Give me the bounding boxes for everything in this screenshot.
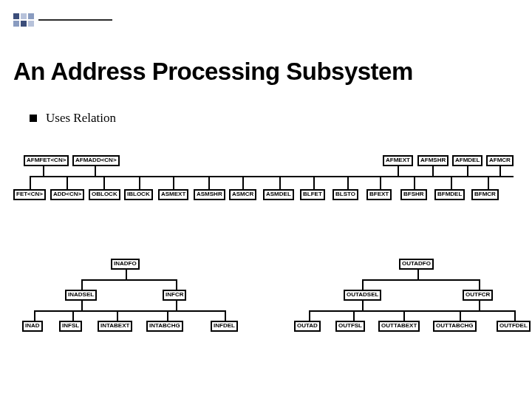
node-afmshr: AFMSHR	[417, 155, 449, 166]
node-intabchg: INTABCHG	[146, 321, 183, 332]
node-infcr: INFCR	[163, 290, 186, 301]
node-infsl: INFSL	[59, 321, 82, 332]
node-bfshr: BFSHR	[400, 189, 427, 200]
node-bfmcr: BFMCR	[471, 189, 499, 200]
node-outfdel: OUTFDEL	[497, 321, 531, 332]
node-asmdel: ASMDEL	[263, 189, 294, 200]
node-outadfo: OUTADFO	[399, 259, 434, 270]
node-afmadd: AFMADD<CN>	[72, 155, 120, 166]
node-bfmdel: BFMDEL	[434, 189, 465, 200]
node-outtabext: OUTTABEXT	[378, 321, 420, 332]
node-outfcr: OUTFCR	[463, 290, 493, 301]
corner-decoration	[13, 13, 112, 27]
node-asmext: ASMEXT	[158, 189, 188, 200]
node-blfet: BLFET	[300, 189, 325, 200]
bullet-item: Uses Relation	[30, 111, 116, 126]
bullet-text: Uses Relation	[46, 111, 116, 126]
node-outad: OUTAD	[294, 321, 321, 332]
node-outtabchg: OUTTABCHG	[433, 321, 477, 332]
node-outadsel: OUTADSEL	[344, 290, 381, 301]
node-afmcr: AFMCR	[486, 155, 514, 166]
node-asmshr: ASMSHR	[194, 189, 225, 200]
node-afmdel: AFMDEL	[452, 155, 482, 166]
slide-title: An Address Processing Subsystem	[13, 58, 532, 86]
node-inad: INAD	[22, 321, 43, 332]
corner-line	[38, 19, 112, 21]
node-oblock: OBLOCK	[89, 189, 120, 200]
node-add: ADD<CN>	[50, 189, 84, 200]
node-fet: FET<CN>	[13, 189, 46, 200]
node-bfext: BFEXT	[366, 189, 392, 200]
node-afmfet: AFMFET<CN>	[24, 155, 69, 166]
node-iblock: IBLOCK	[124, 189, 153, 200]
node-asmcr: ASMCR	[229, 189, 256, 200]
corner-squares	[13, 13, 34, 27]
node-intabext: INTABEXT	[98, 321, 132, 332]
node-blsto: BLSTO	[332, 189, 358, 200]
node-infdel: INFDEL	[211, 321, 238, 332]
node-afmext: AFMEXT	[383, 155, 413, 166]
square-bullet-icon	[30, 115, 37, 122]
node-inadsel: INADSEL	[65, 290, 97, 301]
node-inadfo: INADFO	[111, 259, 140, 270]
node-outfsl: OUTFSL	[335, 321, 365, 332]
